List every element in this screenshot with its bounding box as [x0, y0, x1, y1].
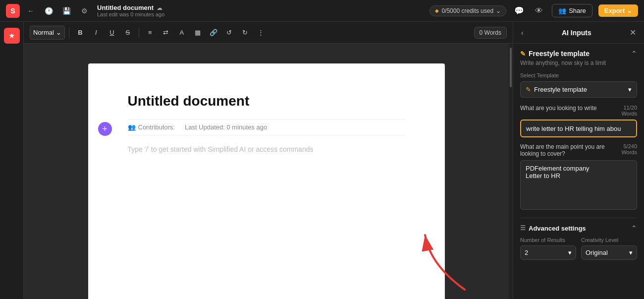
creativity-label: Creativity Level: [581, 237, 637, 243]
italic-button[interactable]: I: [89, 26, 103, 40]
share-icon: 👥: [558, 7, 566, 14]
advanced-settings-section: ☰ Advanced settings ⌃ Number of Results …: [520, 218, 637, 260]
template-description: Write anything, now sky is a limit: [520, 60, 637, 66]
highlight-button[interactable]: ▦: [191, 26, 205, 40]
panel-title: AI Inputs: [562, 29, 591, 37]
format-select-chevron-icon: ⌄: [56, 29, 61, 36]
history-button[interactable]: 🕐: [42, 4, 55, 18]
document-title: Untitled document: [97, 4, 154, 11]
template-section: ✎ Freestyle template ⌃ Write anything, n…: [520, 50, 637, 98]
credits-badge: ◆ 0/5000 credits used ⌄: [429, 5, 506, 16]
export-label: Export: [604, 7, 625, 14]
underline-button[interactable]: U: [105, 26, 119, 40]
creativity-col: Creativity Level Original: [581, 237, 637, 260]
link-button[interactable]: 🔗: [207, 26, 220, 40]
panel-content: ✎ Freestyle template ⌃ Write anything, n…: [513, 44, 644, 299]
settings-button[interactable]: ⚙: [77, 4, 91, 18]
field2-header: What are the main point you are looking …: [520, 143, 637, 157]
editor-canvas[interactable]: Untitled document 👥 Contributors: Last U…: [24, 44, 509, 299]
num-results-col: Number of Results 2: [520, 237, 576, 260]
list-button[interactable]: ≡: [143, 26, 157, 40]
editor-toolbar: Normal ⌄ B I U S ≡ ⇄ A ▦ 🔗 ↺ ↻ ⋮ 0 Words: [24, 22, 513, 44]
panel-close-button[interactable]: ✕: [630, 28, 636, 37]
contributors-icon: 👥: [128, 123, 136, 131]
comment-button[interactable]: 💬: [512, 4, 526, 18]
strikethrough-button[interactable]: S: [121, 26, 135, 40]
document-title-area: Untitled document ☁ Last edit was 0 minu…: [97, 4, 426, 17]
topbar-right: ◆ 0/5000 credits used ⌄ 💬 👁 👥 Share Expo…: [429, 4, 638, 18]
field2-count-num: 5/240: [621, 143, 637, 149]
credits-chevron-icon: ⌄: [496, 7, 501, 14]
back-button[interactable]: ←: [24, 4, 38, 18]
settings-row: Number of Results 2 Creativity Level Ori…: [520, 237, 637, 260]
field2-block: What are the main point you are looking …: [520, 143, 637, 212]
advanced-settings-header: ☰ Advanced settings ⌃: [520, 224, 637, 232]
diamond-icon: ◆: [435, 8, 439, 13]
advanced-collapse-button[interactable]: ⌃: [631, 224, 637, 232]
export-button[interactable]: Export ⌄: [598, 4, 638, 17]
share-label: Share: [569, 7, 586, 14]
template-dropdown-chevron-icon: [628, 86, 632, 93]
creativity-select[interactable]: Original: [581, 245, 637, 260]
editor-area: Normal ⌄ B I U S ≡ ⇄ A ▦ 🔗 ↺ ↻ ⋮ 0 Words…: [24, 22, 513, 299]
num-results-label: Number of Results: [520, 237, 576, 243]
text-color-button[interactable]: A: [175, 26, 189, 40]
sidebar-home-button[interactable]: ★: [4, 28, 20, 44]
creativity-chevron-icon: [629, 249, 633, 256]
red-arrow-annotation: [400, 225, 470, 295]
panel-header: ‹ AI Inputs ✕: [513, 22, 644, 44]
num-results-value: 2: [525, 249, 528, 256]
scrollbar-thumb: [510, 48, 512, 87]
save-button[interactable]: 💾: [59, 4, 73, 18]
credits-label: 0/5000 credits used: [441, 7, 493, 14]
contributors-label: Contributors:: [138, 123, 175, 131]
app-logo: S: [6, 4, 20, 18]
template-title-label: Freestyle template: [529, 50, 590, 58]
field1-label: What are you looking to write: [520, 105, 621, 112]
updated-label: Last Updated: 0 minutes ago: [185, 123, 267, 131]
ai-inputs-label: AI Inputs: [562, 29, 591, 37]
ai-inputs-panel: ‹ AI Inputs ✕ ✎ Freestyle template ⌃ Wri…: [513, 22, 644, 299]
redo-button[interactable]: ↻: [238, 26, 252, 40]
template-collapse-button[interactable]: ⌃: [631, 50, 637, 58]
add-content-button[interactable]: +: [98, 122, 112, 136]
undo-button[interactable]: ↺: [222, 26, 236, 40]
editor-placeholder[interactable]: Type '/' to get started with Simplified …: [128, 145, 405, 153]
align-button[interactable]: ⇄: [159, 26, 173, 40]
more-button[interactable]: ⋮: [254, 26, 268, 40]
export-chevron-icon: ⌄: [627, 7, 632, 14]
field2-count-unit: Words: [621, 149, 637, 155]
field1-input[interactable]: [520, 120, 637, 137]
field2-word-count: 5/240 Words: [621, 143, 637, 155]
toolbar-divider-2: [139, 28, 139, 38]
num-results-select[interactable]: 2: [520, 245, 576, 260]
settings-lines-icon: ☰: [520, 225, 526, 232]
field1-count-unit: Words: [621, 111, 637, 117]
template-header: ✎ Freestyle template ⌃: [520, 50, 637, 58]
template-dropdown[interactable]: ✎ Freestyle template: [520, 81, 637, 98]
editor-scrollbar[interactable]: [509, 44, 513, 299]
topbar: S ← 🕐 💾 ⚙ Untitled document ☁ Last edit …: [0, 0, 644, 22]
toolbar-divider-1: [69, 28, 69, 38]
field2-textarea[interactable]: PDFelement company Letter to HR: [520, 160, 637, 210]
main-area: ★ Normal ⌄ B I U S ≡ ⇄ A ▦ 🔗 ↺ ↻ ⋮ 0 Wor…: [0, 22, 644, 299]
preview-button[interactable]: 👁: [532, 4, 546, 18]
document-meta: 👥 Contributors: Last Updated: 0 minutes …: [128, 119, 405, 135]
share-button[interactable]: 👥 Share: [552, 4, 592, 17]
format-select[interactable]: Normal ⌄: [30, 26, 65, 40]
cloud-icon: ☁: [157, 4, 162, 11]
left-sidebar: ★: [0, 22, 24, 299]
creativity-value: Original: [586, 249, 608, 256]
last-edit-label: Last edit was 0 minutes ago: [97, 11, 426, 17]
document-title-heading: Untitled document: [128, 93, 405, 109]
pencil-icon: ✎: [520, 50, 526, 58]
field1-block: What are you looking to write 11/20 Word…: [520, 105, 637, 137]
advanced-settings-title: ☰ Advanced settings: [520, 225, 586, 232]
panel-back-button[interactable]: ‹: [521, 29, 524, 37]
bold-button[interactable]: B: [73, 26, 87, 40]
num-results-chevron-icon: [568, 249, 572, 256]
select-template-label: Select Template: [520, 72, 637, 78]
template-dropdown-left: ✎ Freestyle template: [526, 86, 587, 93]
field1-header: What are you looking to write 11/20 Word…: [520, 105, 637, 117]
document-page: Untitled document 👥 Contributors: Last U…: [88, 63, 445, 299]
